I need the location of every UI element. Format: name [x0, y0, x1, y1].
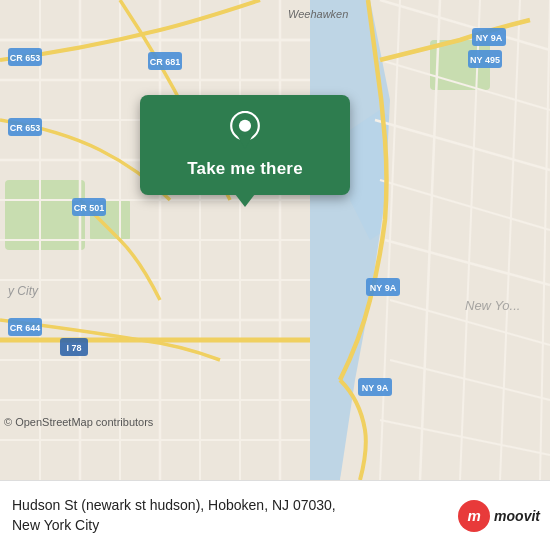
svg-text:y City: y City: [7, 284, 39, 298]
svg-text:NY 9A: NY 9A: [476, 33, 503, 43]
bottom-bar: Hudson St (newark st hudson), Hoboken, N…: [0, 480, 550, 550]
svg-text:NY 9A: NY 9A: [362, 383, 389, 393]
moovit-logo-circle: m: [458, 500, 490, 532]
moovit-m-letter: m: [467, 507, 480, 524]
svg-text:NY 9A: NY 9A: [370, 283, 397, 293]
osm-credit: © OpenStreetMap contributors: [4, 416, 153, 428]
moovit-logo: m moovit: [458, 500, 540, 532]
svg-text:CR 653: CR 653: [10, 53, 41, 63]
svg-text:Weehawken: Weehawken: [288, 8, 348, 20]
map-container: CR 653 CR 681 CR 653 CR 501 CR 644 NY 9A…: [0, 0, 550, 480]
svg-text:CR 644: CR 644: [10, 323, 41, 333]
svg-point-64: [239, 120, 251, 132]
address-text: Hudson St (newark st hudson), Hoboken, N…: [12, 496, 450, 535]
map-svg: CR 653 CR 681 CR 653 CR 501 CR 644 NY 9A…: [0, 0, 550, 480]
popup-card[interactable]: Take me there: [140, 95, 350, 195]
svg-text:CR 681: CR 681: [150, 57, 181, 67]
svg-text:New Yo...: New Yo...: [465, 298, 520, 313]
location-pin-icon: [226, 111, 264, 149]
svg-text:I 78: I 78: [66, 343, 81, 353]
take-me-there-button[interactable]: Take me there: [187, 157, 303, 181]
svg-text:CR 501: CR 501: [74, 203, 105, 213]
svg-marker-65: [237, 135, 253, 149]
svg-text:NY 495: NY 495: [470, 55, 500, 65]
moovit-brand-text: moovit: [494, 508, 540, 524]
svg-text:CR 653: CR 653: [10, 123, 41, 133]
